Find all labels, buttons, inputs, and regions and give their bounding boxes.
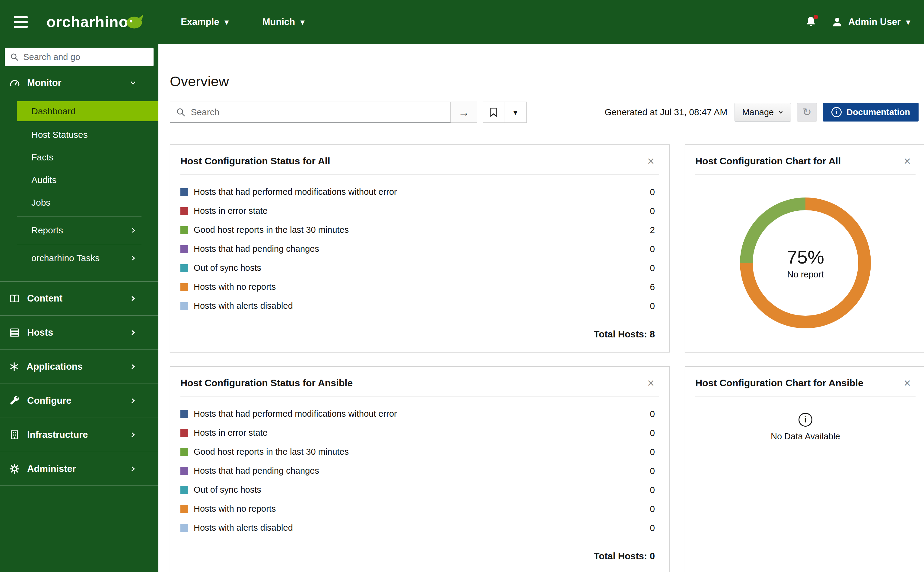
- status-label[interactable]: Hosts with no reports: [194, 282, 276, 292]
- sidebar-item-label: Reports: [31, 225, 63, 235]
- sidebar-item-hosts[interactable]: Hosts: [0, 316, 159, 350]
- donut-chart: 75% No report: [740, 197, 871, 328]
- close-icon[interactable]: ×: [904, 377, 911, 389]
- chevron-right-icon: [129, 397, 137, 404]
- status-value: 0: [650, 409, 655, 419]
- card-host-config-status-ansible: Host Configuration Status for Ansible × …: [170, 366, 670, 572]
- documentation-button[interactable]: i Documentation: [823, 103, 919, 121]
- status-label[interactable]: Hosts with no reports: [194, 504, 276, 514]
- bookmark-button[interactable]: [483, 102, 504, 123]
- sidebar-item-jobs[interactable]: Jobs: [0, 191, 159, 214]
- search-icon: [176, 107, 185, 117]
- sidebar-item-infrastructure[interactable]: Infrastructure: [0, 418, 159, 452]
- sidebar-search-input[interactable]: [23, 52, 148, 62]
- search-submit-button[interactable]: →: [451, 102, 477, 123]
- sidebar-item-facts[interactable]: Facts: [0, 146, 159, 169]
- sidebar-item-label: Audits: [31, 175, 56, 185]
- toolbar: → ▾ Generated at Jul 31, 08:47 AM Manage…: [170, 102, 924, 123]
- status-row: Hosts in error state 0: [180, 423, 655, 442]
- sidebar-item-administer[interactable]: Administer: [0, 452, 159, 486]
- close-icon[interactable]: ×: [904, 155, 911, 167]
- user-menu[interactable]: Admin User ▾: [831, 16, 910, 28]
- bookmark-dropdown-button[interactable]: ▾: [504, 102, 527, 123]
- status-label[interactable]: Hosts that had performed modifications w…: [194, 409, 397, 419]
- status-color-swatch: [180, 264, 188, 272]
- refresh-button[interactable]: ↻: [797, 103, 817, 121]
- hamburger-menu-button[interactable]: [14, 16, 28, 28]
- chevron-down-icon: ▾: [300, 17, 304, 27]
- page-title: Overview: [170, 73, 924, 90]
- sidebar-item-label: Content: [27, 293, 62, 304]
- sidebar-item-label: Facts: [31, 152, 53, 163]
- sidebar-item-audits[interactable]: Audits: [0, 169, 159, 191]
- sidebar-item-host-statuses[interactable]: Host Statuses: [0, 123, 159, 146]
- notification-dot: [814, 15, 818, 19]
- donut-label: No report: [787, 270, 824, 280]
- organization-selector[interactable]: Example ▾: [181, 17, 229, 28]
- user-name: Admin User: [848, 17, 901, 28]
- close-icon[interactable]: ×: [647, 155, 654, 167]
- manage-button[interactable]: Manage: [734, 103, 791, 121]
- chevron-right-icon: [129, 363, 137, 370]
- asterisk-icon: [9, 362, 19, 372]
- location-selector[interactable]: Munich ▾: [263, 17, 305, 28]
- status-row: Hosts in error state 0: [180, 201, 655, 221]
- status-row: Hosts that had performed modifications w…: [180, 404, 655, 423]
- status-label[interactable]: Hosts in error state: [194, 206, 268, 216]
- logo[interactable]: orcharhino: [47, 13, 145, 31]
- sidebar-item-content[interactable]: Content: [0, 281, 159, 316]
- status-value: 6: [650, 282, 655, 292]
- card-host-config-chart-all: Host Configuration Chart for All × 75% N…: [685, 145, 924, 353]
- status-row: Good host reports in the last 30 minutes…: [180, 442, 655, 461]
- total-hosts: Total Hosts: 0: [170, 543, 669, 562]
- status-value: 0: [650, 428, 655, 438]
- status-label[interactable]: Out of sync hosts: [194, 485, 261, 495]
- sidebar-item-orcharhino-tasks[interactable]: orcharhino Tasks: [0, 247, 159, 269]
- empty-state-text: No Data Available: [771, 432, 840, 441]
- card-divider: [695, 396, 916, 396]
- sidebar-item-label: Applications: [26, 361, 82, 372]
- toolbar-right: Generated at Jul 31, 08:47 AM Manage ↻ i…: [605, 103, 919, 121]
- status-label[interactable]: Out of sync hosts: [194, 263, 261, 273]
- sidebar-item-reports[interactable]: Reports: [0, 219, 159, 241]
- status-label[interactable]: Hosts that had performed modifications w…: [194, 187, 397, 197]
- status-row: Hosts that had pending changes 0: [180, 239, 655, 258]
- organization-label: Example: [181, 17, 219, 28]
- sidebar-item-label: Monitor: [27, 78, 62, 89]
- status-row: Out of sync hosts 0: [180, 258, 655, 277]
- sidebar-divider: [17, 216, 142, 216]
- sidebar-item-configure[interactable]: Configure: [0, 384, 159, 418]
- user-icon: [831, 16, 843, 28]
- sidebar-item-label: Hosts: [27, 327, 53, 338]
- status-label[interactable]: Hosts in error state: [194, 428, 268, 438]
- logo-text: orcharhino: [47, 13, 128, 31]
- search-icon: [10, 53, 19, 62]
- status-color-swatch: [180, 410, 188, 418]
- dashboard-search-input[interactable]: [191, 107, 444, 117]
- close-icon[interactable]: ×: [647, 377, 654, 389]
- status-row: Hosts that had pending changes 0: [180, 461, 655, 480]
- location-label: Munich: [263, 17, 296, 28]
- status-label[interactable]: Hosts with alerts disabled: [194, 523, 293, 533]
- status-value: 0: [650, 466, 655, 476]
- status-color-swatch: [180, 245, 188, 253]
- status-label[interactable]: Good host reports in the last 30 minutes: [194, 225, 349, 235]
- status-label[interactable]: Good host reports in the last 30 minutes: [194, 447, 349, 457]
- sidebar-item-label: Dashboard: [31, 106, 76, 117]
- chevron-right-icon: [129, 431, 137, 438]
- status-color-swatch: [180, 302, 188, 310]
- status-color-swatch: [180, 429, 188, 437]
- dashboard-search[interactable]: [170, 102, 451, 123]
- status-color-swatch: [180, 524, 188, 532]
- status-label[interactable]: Hosts that had pending changes: [194, 244, 319, 254]
- sidebar-item-monitor[interactable]: Monitor: [0, 71, 159, 95]
- sidebar-item-applications[interactable]: Applications: [0, 350, 159, 384]
- status-value: 0: [650, 301, 655, 311]
- status-label[interactable]: Hosts with alerts disabled: [194, 301, 293, 311]
- info-circle-icon: i: [831, 107, 842, 117]
- empty-state: i No Data Available: [685, 413, 924, 441]
- sidebar-item-dashboard[interactable]: Dashboard: [17, 101, 159, 121]
- sidebar-search[interactable]: [5, 48, 154, 66]
- notifications-bell-button[interactable]: [805, 16, 817, 29]
- status-label[interactable]: Hosts that had pending changes: [194, 466, 319, 476]
